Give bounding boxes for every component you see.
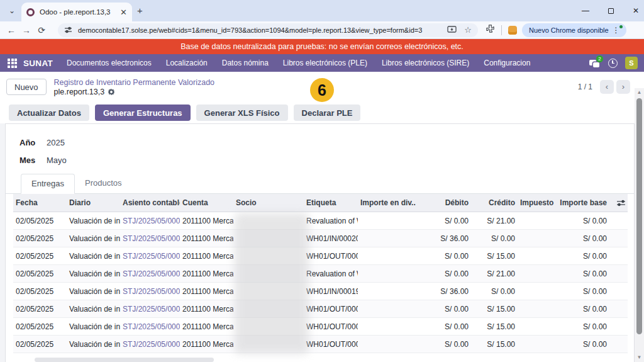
new-record-button[interactable]: Nuevo — [6, 79, 47, 95]
breadcrumb-title[interactable]: Registro de Inventario Permanente Valori… — [54, 78, 214, 87]
site-settings-icon[interactable] — [64, 26, 72, 34]
actualizar-datos-button[interactable]: Actualizar Datos — [9, 105, 89, 121]
table-row[interactable]: 02/05/2025Valuación de inve...STJ/2025/0… — [13, 265, 628, 283]
cell-diario: Valuación de inve... — [67, 252, 120, 261]
cell-asiento[interactable]: STJ/2025/05/0005 — [120, 269, 180, 278]
cell-asiento[interactable]: STJ/2025/05/0004 — [120, 287, 180, 296]
forward-button[interactable]: → — [19, 25, 34, 35]
navbar-item-4[interactable]: Libros electrónicos (SIRE) — [382, 59, 469, 67]
generar-xls-fisico-button[interactable]: Generar XLS Físico — [196, 105, 288, 121]
cell-credito: S/ 15.00 — [471, 340, 518, 349]
navbar-item-0[interactable]: Documentos electronicos — [67, 59, 152, 67]
column-header-asiento[interactable]: Asiento contable — [120, 198, 180, 207]
year-value[interactable]: 2025 — [47, 138, 65, 147]
cell-importe_base: S/ 0.00 — [557, 217, 609, 225]
navbar-item-5[interactable]: Configuracion — [484, 59, 530, 67]
cell-asiento[interactable]: STJ/2025/05/0003 — [120, 305, 180, 314]
column-header-socio[interactable]: Socio — [233, 198, 304, 207]
messages-icon[interactable]: 2 — [589, 59, 601, 67]
column-header-etiqueta[interactable]: Etiqueta — [304, 198, 358, 207]
cell-credito: S/ 0.00 — [471, 287, 518, 296]
pager-count: 1 / 1 — [578, 82, 592, 91]
horizontal-scrollbar-thumb[interactable] — [35, 358, 214, 362]
tab-close-icon[interactable]: ✕ — [120, 8, 127, 17]
navbar-item-3[interactable]: Libros electrónicos (PLE) — [283, 59, 367, 67]
cell-cuenta: 2011100 Mercad... — [180, 252, 233, 261]
browser-tab[interactable]: Odoo - ple.report.13,3 ✕ — [21, 3, 132, 21]
column-header-fecha[interactable]: Fecha — [13, 198, 67, 207]
navbar-item-2[interactable]: Datos nómina — [222, 59, 269, 67]
column-header-impuesto[interactable]: Impuesto — [518, 198, 557, 207]
browser-menu-icon[interactable]: ⋮ — [609, 26, 624, 35]
back-button[interactable]: ← — [4, 25, 19, 35]
column-header-credito[interactable]: Crédito — [471, 198, 518, 207]
cell-credito: S/ 15.00 — [471, 322, 518, 331]
window-maximize-button[interactable] — [606, 8, 615, 14]
cell-etiqueta: WH01/IN/00020 ... — [304, 234, 358, 243]
activities-clock-icon[interactable] — [608, 59, 618, 68]
address-bar[interactable]: democontable17.solse.pe/web#cids=1&menu_… — [58, 23, 478, 37]
cell-diario: Valuación de inve... — [67, 340, 120, 349]
settings-gear-icon[interactable] — [108, 88, 115, 96]
column-header-importe_div[interactable]: Importe en div... — [358, 198, 416, 207]
bookmark-star-icon[interactable]: ☆ — [464, 25, 472, 35]
vertical-scrollbar-thumb[interactable] — [636, 98, 642, 334]
cell-diario: Valuación de inve... — [67, 287, 120, 296]
table-row[interactable]: 02/05/2025Valuación de inve...STJ/2025/0… — [13, 318, 628, 336]
window-close-button[interactable]: ✕ — [631, 6, 640, 15]
table-header-row: FechaDiarioAsiento contableCuentaSocioEt… — [13, 194, 628, 212]
table-row[interactable]: 02/05/2025Valuación de inve...STJ/2025/0… — [13, 212, 628, 230]
action-buttons: Actualizar Datos Generar Estructuras Gen… — [0, 102, 644, 123]
column-header-diario[interactable]: Diario — [67, 198, 120, 207]
table-row[interactable]: 02/05/2025Valuación de inve...STJ/2025/0… — [13, 300, 628, 318]
pager-next-button[interactable]: › — [616, 80, 630, 94]
vertical-scrollbar[interactable]: ▲ ▼ — [635, 88, 644, 362]
extension-icon[interactable] — [508, 26, 517, 35]
cell-debito: S/ 36.00 — [416, 234, 471, 243]
month-value[interactable]: Mayo — [47, 156, 67, 165]
column-header-debito[interactable]: Débito — [416, 198, 471, 207]
cell-debito: S/ 0.00 — [416, 217, 471, 225]
odoo-navbar: SUNAT Documentos electronicosLocalizació… — [0, 54, 644, 72]
install-app-icon[interactable] — [447, 25, 457, 36]
scroll-up-icon[interactable]: ▲ — [635, 88, 644, 97]
cell-asiento[interactable]: STJ/2025/05/0002 — [120, 322, 180, 331]
browser-window: ⌄ Odoo - ple.report.13,3 ✕ + — ✕ ← → ⟳ d… — [0, 0, 644, 362]
navbar-menu: Documentos electronicosLocalizaciónDatos… — [67, 59, 530, 67]
tab-productos[interactable]: Productos — [75, 174, 132, 194]
navbar-item-1[interactable]: Localización — [166, 59, 208, 67]
column-header-importe_base[interactable]: Importe base — [557, 198, 609, 207]
tab-entregas[interactable]: Entregas — [21, 174, 75, 194]
declarar-ple-button[interactable]: Declarar PLE — [294, 105, 361, 121]
table-row[interactable]: 02/05/2025Valuación de inve...STJ/2025/0… — [13, 336, 628, 353]
table-row[interactable]: 02/05/2025Valuación de inve...STJ/2025/0… — [13, 247, 628, 265]
extensions-puzzle-icon[interactable] — [486, 24, 495, 36]
cell-asiento[interactable]: STJ/2025/05/0008 — [120, 217, 180, 225]
chrome-update-label: Nuevo Chrome disponible — [529, 26, 609, 34]
cell-diario: Valuación de inve... — [67, 305, 120, 314]
window-minimize-button[interactable]: — — [581, 6, 590, 15]
table-row[interactable]: 02/05/2025Valuación de inve...STJ/2025/0… — [13, 230, 628, 247]
url-text[interactable]: democontable17.solse.pe/web#cids=1&menu_… — [78, 26, 442, 34]
tab-search-chevron-icon[interactable]: ⌄ — [5, 4, 19, 17]
chrome-update-button[interactable]: Nuevo Chrome disponible ⋮ — [522, 23, 626, 37]
pager-previous-button[interactable]: ‹ — [600, 80, 614, 94]
cell-debito: S/ 36.00 — [416, 287, 471, 296]
cell-diario: Valuación de inve... — [67, 322, 120, 331]
scroll-down-icon[interactable]: ▼ — [635, 353, 644, 362]
cell-asiento[interactable]: STJ/2025/05/0001 — [120, 340, 180, 349]
app-brand[interactable]: SUNAT — [23, 59, 53, 68]
generar-estructuras-button[interactable]: Generar Estructuras — [95, 105, 191, 121]
cell-asiento[interactable]: STJ/2025/05/0007 — [120, 234, 180, 243]
user-avatar[interactable]: S — [625, 57, 638, 69]
cell-debito: S/ 0.00 — [416, 305, 471, 314]
column-header-cuenta[interactable]: Cuenta — [180, 198, 233, 207]
cell-credito: S/ 15.00 — [471, 252, 518, 261]
table-row[interactable]: 02/05/2025Valuación de inve...STJ/2025/0… — [13, 283, 628, 300]
apps-grid-icon[interactable] — [8, 59, 17, 68]
cell-asiento[interactable]: STJ/2025/05/0006 — [120, 252, 180, 261]
new-tab-button[interactable]: + — [137, 5, 143, 16]
reload-button[interactable]: ⟳ — [34, 25, 49, 35]
cell-cuenta: 2011100 Mercad... — [180, 340, 233, 349]
optional-columns-icon[interactable] — [609, 200, 628, 206]
